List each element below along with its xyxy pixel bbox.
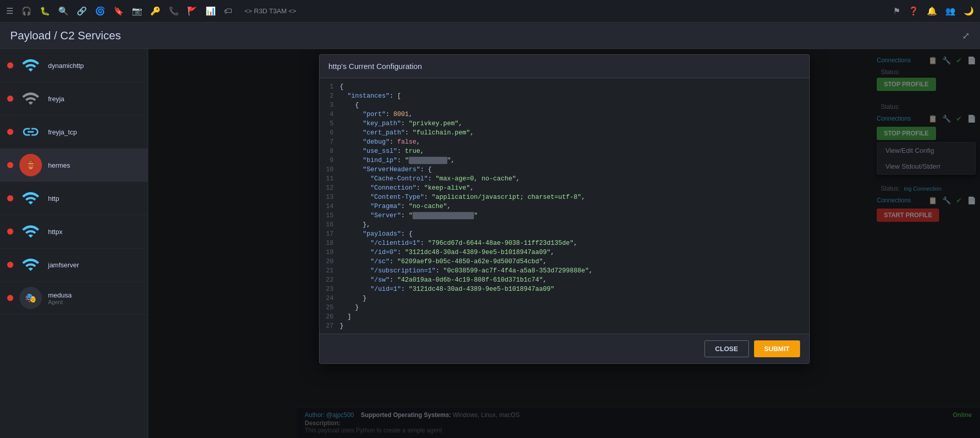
bug-icon[interactable]: 🐛: [40, 6, 50, 16]
code-editor[interactable]: 1 { 2 "instances": [ 3 { 4: [320, 78, 809, 334]
server-label: <> R3D T3AM <>: [244, 7, 297, 15]
main-layout: dynamichttp freyja freyja_tcp: [0, 49, 980, 438]
code-line: 16 },: [320, 220, 809, 229]
code-line: 9 "bind_ip": "██████████",: [320, 156, 809, 165]
modal-overlay: http's Current Configuration 1 { 2 "inst…: [148, 49, 980, 438]
wifi-icon-jamf: [19, 253, 42, 276]
tag-icon[interactable]: 🏷: [224, 7, 232, 16]
status-dot: [7, 62, 13, 68]
sidebar-item-sublabel: Agent: [48, 299, 72, 305]
topnav-right: ⚑ ❓ 🔔 👥 🌙: [893, 6, 974, 16]
search-icon[interactable]: 🔍: [58, 6, 69, 16]
sidebar-item-http[interactable]: http: [0, 182, 148, 215]
code-line: 14 "Pragma": "no-cache",: [320, 202, 809, 211]
theme-icon[interactable]: 🌙: [964, 6, 974, 16]
svg-text:🎭: 🎭: [25, 292, 37, 304]
code-line: 3 {: [320, 101, 809, 110]
sidebar-item-jamfserver[interactable]: jamfserver: [0, 248, 148, 282]
code-line: 15 "Server": "████████████████": [320, 211, 809, 220]
sidebar-item-label: http: [48, 195, 59, 202]
phone-icon[interactable]: 📞: [169, 6, 179, 16]
fingerprint-icon[interactable]: 🌀: [95, 6, 105, 16]
code-line: 8 "use_ssl": true,: [320, 147, 809, 156]
status-dot: [7, 96, 13, 102]
code-line: 5 "key_path": "privkey.pem",: [320, 119, 809, 128]
right-panel: Connections 📋 🔧 ✔ 📄 Status: STOP PROFILE: [148, 49, 980, 438]
status-dot: [7, 195, 13, 201]
code-line: 13 "Content-Type": "application/javascri…: [320, 193, 809, 202]
sidebar-item-dynamichttp[interactable]: dynamichttp: [0, 49, 148, 82]
close-button[interactable]: CLOSE: [704, 340, 749, 357]
medusa-icon: 🎭: [19, 287, 42, 309]
expand-icon[interactable]: ⤢: [962, 30, 970, 41]
wifi-icon-httpx: [19, 220, 42, 243]
sidebar: dynamichttp freyja freyja_tcp: [0, 49, 148, 438]
menu-icon[interactable]: ☰: [6, 6, 13, 16]
help-icon[interactable]: ❓: [908, 6, 919, 16]
status-dot: [7, 129, 13, 135]
sidebar-item-freyja-tcp[interactable]: freyja_tcp: [0, 116, 148, 149]
flag-icon[interactable]: 🚩: [187, 6, 197, 16]
code-line: 11 "Cache-Control": "max-age=0, no-cache…: [320, 174, 809, 183]
page-title-bar: Payload / C2 Services ⤢: [0, 22, 980, 49]
sidebar-item-httpx[interactable]: httpx: [0, 215, 148, 248]
wifi-icon: [19, 54, 42, 77]
svg-text:🏺: 🏺: [25, 159, 37, 171]
code-line: 19 "/id=0": "3121dc48-30ad-4389-9ee5-b10…: [320, 248, 809, 257]
code-line: 21 "/subscription=1": "0c038599-ac7f-4f4…: [320, 266, 809, 275]
code-line: 23 "/uid=1": "3121dc48-30ad-4389-9ee5-b1…: [320, 285, 809, 294]
modal-body: 1 { 2 "instances": [ 3 { 4: [320, 78, 809, 334]
table-icon[interactable]: 📊: [206, 6, 216, 16]
wifi-icon-http: [19, 187, 42, 210]
camera-icon[interactable]: 📷: [132, 6, 142, 16]
code-line: 25 }: [320, 303, 809, 312]
key-icon[interactable]: 🔑: [150, 6, 161, 16]
sidebar-item-label: freyja_tcp: [48, 128, 77, 136]
sidebar-item-label: httpx: [48, 228, 62, 236]
code-line: 24 }: [320, 294, 809, 303]
code-line: 12 "Connection": "keep-alive",: [320, 183, 809, 193]
sidebar-item-label: freyja: [48, 95, 64, 103]
flag2-icon[interactable]: ⚑: [893, 6, 900, 16]
code-line: 17 "payloads": {: [320, 229, 809, 239]
chain-icon: [19, 121, 42, 143]
code-line: 26 ]: [320, 312, 809, 321]
status-dot: [7, 262, 13, 268]
submit-button[interactable]: SUBMIT: [754, 340, 800, 357]
bell-icon[interactable]: 🔔: [927, 6, 937, 16]
sidebar-item-label: jamfserver: [48, 261, 79, 269]
modal-dialog: http's Current Configuration 1 { 2 "inst…: [319, 54, 810, 364]
users-icon[interactable]: 👥: [945, 6, 955, 16]
modal-footer: CLOSE SUBMIT: [320, 334, 809, 363]
page-title: Payload / C2 Services: [10, 29, 121, 42]
top-navigation: ☰ 🎧 🐛 🔍 🔗 🌀 🔖 📷 🔑 📞 🚩 📊 🏷 <> R3D T3AM <>…: [0, 0, 980, 22]
code-line: 27 }: [320, 321, 809, 331]
link-icon[interactable]: 🔗: [77, 6, 87, 16]
code-line: 18 "/clientid=1": "796cd67d-6644-48ae-90…: [320, 239, 809, 248]
code-line: 6 "cert_path": "fullchain.pem",: [320, 128, 809, 137]
sidebar-item-label: dynamichttp: [48, 62, 84, 70]
code-line: 2 "instances": [: [320, 91, 809, 101]
status-dot: [7, 228, 13, 235]
code-line: 22 "/sw": "42a019aa-0d6b-4c19-808f-610d3…: [320, 275, 809, 285]
sidebar-item-label: medusa: [48, 291, 72, 299]
hermes-icon: 🏺: [19, 154, 42, 176]
headphone-icon[interactable]: 🎧: [21, 6, 32, 16]
sidebar-item-freyja[interactable]: freyja: [0, 82, 148, 116]
bookmark-icon[interactable]: 🔖: [113, 6, 124, 16]
modal-header: http's Current Configuration: [320, 55, 809, 78]
sidebar-item-medusa[interactable]: 🎭 medusa Agent: [0, 282, 148, 315]
code-line: 7 "debug": false,: [320, 137, 809, 147]
status-dot: [7, 162, 13, 168]
code-line: 1 {: [320, 82, 809, 91]
code-line: 10 "ServerHeaders": {: [320, 165, 809, 174]
code-line: 4 "port": 8001,: [320, 110, 809, 119]
code-line: 20 "/sc": "6209aef9-b05c-4850-a62e-9d500…: [320, 257, 809, 266]
sidebar-item-hermes[interactable]: 🏺 hermes: [0, 149, 148, 182]
sidebar-item-label: hermes: [48, 162, 70, 169]
wifi-icon-freyja: [19, 87, 42, 110]
status-dot: [7, 295, 13, 301]
